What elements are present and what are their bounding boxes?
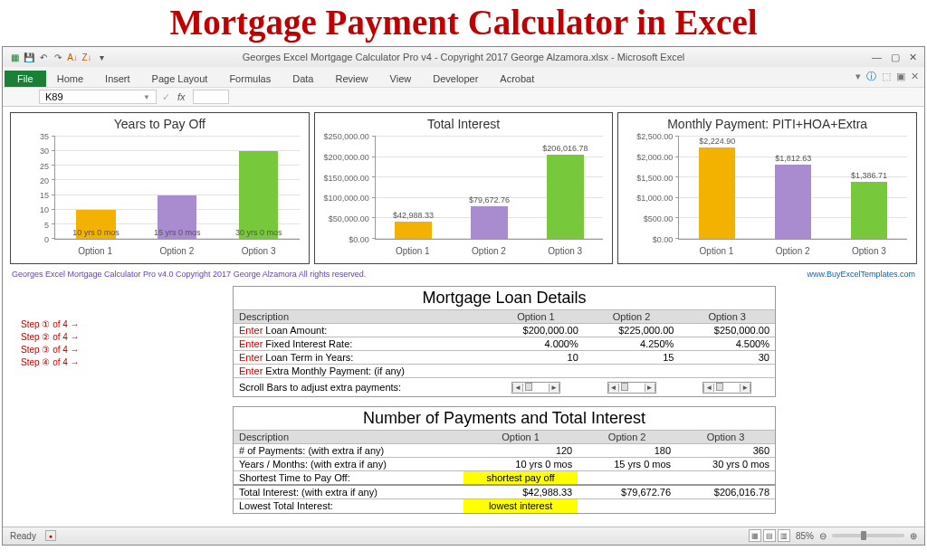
extra-payment-scrollbar[interactable]: ◄►	[511, 382, 560, 394]
help-icon[interactable]: ⓘ	[866, 70, 876, 83]
col-header: Option 2	[584, 310, 680, 324]
x-label: Option 1	[375, 246, 451, 256]
input-cell[interactable]: 30	[679, 351, 775, 365]
scroll-label: Scroll Bars to adjust extra payments:	[234, 378, 488, 397]
highlight-cell: lowest interest	[464, 499, 578, 513]
value-cell: 30 yrs 0 mos	[676, 458, 775, 471]
zoom-level[interactable]: 85%	[796, 531, 814, 541]
tab-page-layout[interactable]: Page Layout	[141, 71, 219, 87]
value-cell: $79,672.76	[578, 485, 676, 499]
input-cell[interactable]	[584, 365, 680, 378]
scroll-bar-cell: ◄►	[679, 378, 775, 397]
formula-bar-row: K89 ▼ ✓ fx	[3, 87, 924, 107]
status-ready: Ready	[10, 531, 36, 541]
sort-asc-icon[interactable]: A↓	[66, 51, 79, 63]
x-label: Option 1	[678, 246, 754, 256]
step-1: Step ① of 4 →	[21, 318, 80, 331]
value-cell: 360	[676, 444, 775, 458]
titlebar: ▦ 💾 ↶ ↷ A↓ Z↓ ▾ Georges Excel Mortgage C…	[3, 47, 924, 67]
undo-icon[interactable]: ↶	[37, 51, 50, 63]
payments-interest-table: Number of Payments and Total Interest De…	[233, 406, 776, 514]
excel-window: ▦ 💾 ↶ ↷ A↓ Z↓ ▾ Georges Excel Mortgage C…	[2, 46, 925, 546]
qat-dropdown-icon[interactable]: ▾	[95, 51, 108, 63]
sort-desc-icon[interactable]: Z↓	[81, 51, 93, 63]
macro-record-icon[interactable]: ●	[45, 530, 56, 541]
page-break-view-icon[interactable]: ▥	[778, 529, 790, 542]
y-tick: 15	[9, 191, 49, 200]
status-bar: Ready ● ▦ ▤ ▥ 85% ⊖ ⊕	[3, 527, 924, 545]
y-tick: 0	[9, 235, 49, 244]
tab-formulas[interactable]: Formulas	[218, 71, 282, 87]
page-banner: Mortgage Payment Calculator in Excel	[0, 0, 927, 46]
quick-access-toolbar: ▦ 💾 ↶ ↷ A↓ Z↓ ▾	[3, 51, 113, 63]
redo-icon[interactable]: ↷	[52, 51, 64, 63]
chart-title: Monthly Payment: PITI+HOA+Extra	[618, 113, 916, 131]
name-box[interactable]: K89 ▼	[39, 90, 157, 104]
input-cell[interactable]: 4.500%	[679, 337, 775, 351]
doc-restore-icon[interactable]: ▣	[896, 71, 905, 82]
bar-label: 15 yrs 0 mos	[154, 228, 201, 237]
chart-0: Years to Pay Off0510152025303510 yrs 0 m…	[10, 112, 310, 264]
namebox-dropdown-icon[interactable]: ▼	[143, 93, 150, 101]
input-cell[interactable]: 4.000%	[488, 337, 584, 351]
fx-check-icon[interactable]: ✓	[162, 91, 170, 103]
value-cell: 15 yrs 0 mos	[578, 458, 676, 471]
y-tick: $2,000.00	[616, 153, 673, 162]
extra-payment-scrollbar[interactable]: ◄►	[607, 382, 656, 394]
bar-label: $1,386.71	[851, 171, 887, 180]
file-tab[interactable]: File	[5, 71, 46, 87]
bar-label: $1,812.63	[775, 154, 811, 163]
input-cell[interactable]: $250,000.00	[679, 324, 775, 337]
input-cell[interactable]: 4.250%	[584, 337, 680, 351]
col-header: Option 3	[676, 431, 775, 444]
input-cell[interactable]: 10	[488, 351, 584, 365]
close-icon[interactable]: ✕	[909, 52, 917, 63]
y-tick: $0.00	[313, 235, 369, 244]
tab-insert[interactable]: Insert	[94, 71, 141, 87]
tab-acrobat[interactable]: Acrobat	[489, 71, 545, 87]
extra-payment-scrollbar[interactable]: ◄►	[702, 382, 751, 394]
row-desc: Lowest Total Interest:	[234, 499, 464, 513]
collapse-ribbon-icon[interactable]: ⬚	[882, 71, 891, 82]
formula-input[interactable]	[193, 90, 229, 104]
input-cell[interactable]	[488, 365, 584, 378]
save-icon[interactable]: 💾	[23, 51, 35, 63]
normal-view-icon[interactable]: ▦	[749, 529, 761, 542]
tab-data[interactable]: Data	[282, 71, 324, 87]
zoom-slider[interactable]	[832, 534, 904, 537]
input-cell[interactable]	[679, 365, 775, 378]
x-label: Option 2	[451, 246, 527, 256]
bar-label: 10 yrs 0 mos	[72, 228, 119, 237]
page-layout-view-icon[interactable]: ▤	[763, 529, 776, 542]
row-desc: Enter Loan Amount:	[234, 324, 488, 337]
minimize-icon[interactable]: —	[872, 52, 882, 63]
maximize-icon[interactable]: ▢	[891, 52, 900, 63]
bar-option-3	[851, 182, 887, 239]
row-desc: # of Payments: (with extra if any)	[234, 444, 464, 458]
copyright-text: Georges Excel Mortgage Calculator Pro v4…	[12, 270, 366, 279]
tab-developer[interactable]: Developer	[422, 71, 489, 87]
fx-icon[interactable]: fx	[177, 91, 186, 102]
zoom-out-icon[interactable]: ⊖	[819, 531, 827, 541]
input-cell[interactable]: 15	[584, 351, 680, 365]
bar-option-2	[471, 206, 507, 239]
website-link[interactable]: www.BuyExcelTemplates.com	[807, 270, 915, 279]
bar-option-1	[395, 222, 431, 239]
chart-title: Years to Pay Off	[11, 113, 309, 131]
y-tick: $100,000.00	[313, 194, 369, 203]
charts-row: Years to Pay Off0510152025303510 yrs 0 m…	[10, 112, 917, 264]
y-tick: $1,500.00	[616, 174, 673, 183]
chart-2: Monthly Payment: PITI+HOA+Extra$0.00$500…	[617, 112, 917, 264]
tab-review[interactable]: Review	[324, 71, 378, 87]
value-cell: 120	[464, 444, 578, 458]
tab-view[interactable]: View	[379, 71, 423, 87]
doc-close-icon[interactable]: ✕	[911, 71, 919, 82]
row-desc: Total Interest: (with extra if any)	[234, 485, 464, 499]
input-cell[interactable]: $225,000.00	[584, 324, 680, 337]
ribbon-dropdown-icon[interactable]: ▾	[855, 71, 861, 82]
x-label: Option 1	[54, 246, 136, 256]
input-cell[interactable]: $200,000.00	[488, 324, 584, 337]
zoom-in-icon[interactable]: ⊕	[910, 531, 917, 541]
tab-home[interactable]: Home	[46, 71, 94, 87]
bar-label: 30 yrs 0 mos	[235, 228, 282, 237]
